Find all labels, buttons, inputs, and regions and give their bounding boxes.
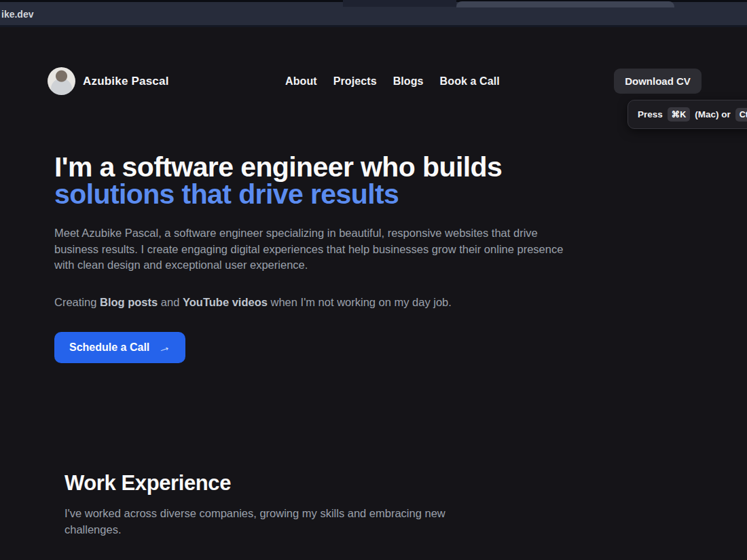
arrow-right-icon: → [156, 339, 172, 357]
cmd-k-key-icon: ⌘K [668, 107, 691, 122]
schedule-call-button[interactable]: Schedule a Call → [54, 332, 185, 363]
brand-name[interactable]: Azubike Pascal [83, 75, 169, 88]
nav-link-about[interactable]: About [285, 75, 317, 88]
hobby-line: Creating Blog posts and YouTube videos w… [54, 296, 452, 309]
hobby-and: and [161, 296, 180, 308]
active-tab[interactable] [456, 1, 674, 7]
toast-middle-text: (Mac) or [695, 109, 731, 119]
avatar[interactable] [48, 67, 75, 95]
download-cv-button[interactable]: Download CV [614, 69, 702, 94]
nav-link-blogs[interactable]: Blogs [393, 75, 424, 88]
ctrl-key-icon: Ct [735, 108, 747, 122]
nav-link-projects[interactable]: Projects [333, 75, 377, 88]
work-experience-subtitle: I've worked across diverse companies, gr… [65, 506, 472, 538]
hero-description: Meet Azubike Pascal, a software engineer… [54, 225, 564, 274]
work-experience-title: Work Experience [65, 471, 231, 496]
hobby-suffix: when I'm not working on my day job. [271, 296, 452, 308]
hero-title-line2: solutions that drive results [54, 179, 399, 210]
shortcut-toast[interactable]: Press ⌘K (Mac) or Ct [627, 100, 747, 129]
toast-press-text: Press [638, 109, 663, 119]
blog-posts-link[interactable]: Blog posts [100, 296, 158, 308]
address-bar-url[interactable]: ike.dev [1, 9, 33, 20]
youtube-videos-link[interactable]: YouTube videos [183, 296, 268, 308]
inactive-tab[interactable] [343, 0, 456, 7]
site-header: Azubike Pascal About Projects Blogs Book… [0, 27, 747, 83]
main-nav: About Projects Blogs Book a Call [285, 75, 500, 88]
hobby-prefix: Creating [54, 296, 96, 308]
hero-title: I'm a software engineer who builds solut… [54, 153, 502, 208]
browser-chrome: ike.dev [0, 0, 747, 27]
schedule-call-label: Schedule a Call [69, 341, 149, 354]
nav-link-book-a-call[interactable]: Book a Call [440, 75, 500, 88]
